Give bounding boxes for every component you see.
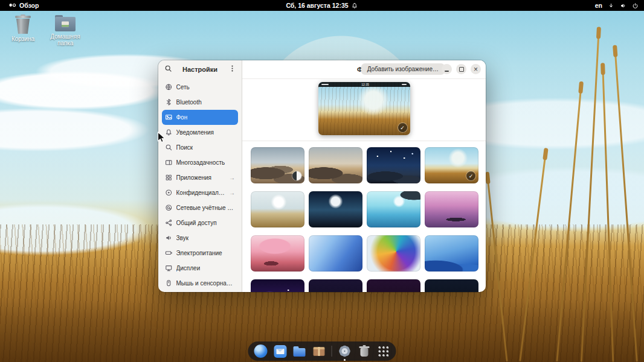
- running-indicator-dot: [344, 359, 346, 361]
- sidebar-item-label: Общий доступ: [176, 220, 217, 226]
- preview-activities-blob: [321, 84, 329, 85]
- system-status-area[interactable]: en: [595, 2, 639, 9]
- home-folder-icon: [55, 14, 76, 31]
- trash-icon: [360, 348, 368, 357]
- add-picture-button[interactable]: Добавить изображение…: [361, 63, 445, 75]
- network-icon: [165, 83, 173, 91]
- preview-clock: 12:35: [361, 83, 369, 86]
- power-icon: [165, 249, 173, 257]
- dock-item-trash[interactable]: [356, 343, 372, 359]
- bluetooth-icon: [165, 98, 173, 106]
- sidebar-item-sound[interactable]: Звук: [162, 230, 238, 246]
- kebab-menu-icon: [228, 64, 236, 75]
- sidebar-header[interactable]: Настройки: [158, 60, 242, 78]
- sidebar-item-label: Уведомления: [176, 129, 214, 136]
- top-bar: Обзор Сб, 16 августа 12:35 en: [0, 0, 644, 11]
- sound-icon: [165, 234, 173, 242]
- sidebar-item-label: Дисплеи: [176, 265, 201, 272]
- sidebar-item-mouse[interactable]: Мышь и сенсорная панель: [162, 276, 238, 291]
- selected-check-badge: ✓: [398, 123, 407, 132]
- sidebar-item-apps[interactable]: Приложения→: [162, 170, 238, 185]
- wallpaper-thumbnail-pebbles-dusk[interactable]: [309, 147, 362, 183]
- preview-top-bar: 12:35: [318, 82, 410, 87]
- wallpaper-thumbnail-night-grass-moon[interactable]: [309, 191, 362, 227]
- current-wallpaper-preview: 12:35 ✓: [318, 82, 410, 135]
- activities-label: Обзор: [19, 2, 39, 9]
- settings-icon: [338, 345, 352, 358]
- dock-item-software[interactable]: [311, 343, 327, 359]
- sidebar-item-network[interactable]: Сеть: [162, 80, 238, 95]
- dock-item-files[interactable]: [292, 343, 308, 359]
- background-panel[interactable]: 12:35 ✓ ✓: [242, 79, 486, 292]
- dock-item-web-browser[interactable]: [253, 343, 269, 359]
- background-icon: [165, 113, 173, 121]
- displays-icon: [165, 264, 173, 272]
- dock-item-mail[interactable]: [272, 343, 288, 359]
- app-grid-icon: [378, 346, 389, 357]
- wallpaper-thumbnail-wheat-field-day[interactable]: ✓: [425, 147, 478, 183]
- sidebar-item-displays[interactable]: Дисплеи: [162, 261, 238, 276]
- sidebar-item-label: Приложения: [176, 174, 212, 181]
- wallpaper-thumbnail-pebbles-day[interactable]: [251, 147, 304, 183]
- sidebar-item-sharing[interactable]: Общий доступ: [162, 215, 238, 230]
- sidebar-item-accounts[interactable]: Сетевые учётные записи: [162, 200, 238, 215]
- dock-item-app-grid[interactable]: [376, 343, 391, 359]
- sidebar-item-privacy[interactable]: Конфиденциальность→: [162, 185, 238, 200]
- wallpaper-thumbnail-pale-grass-moon[interactable]: [251, 191, 304, 227]
- sidebar-item-notifications[interactable]: Уведомления: [162, 125, 238, 140]
- dock: [248, 341, 396, 361]
- sidebar-item-background[interactable]: Фон: [162, 110, 238, 125]
- sharing-icon: [165, 219, 173, 227]
- wallpaper-thumbnail-blue-dunes[interactable]: [425, 235, 478, 272]
- search-icon: [165, 144, 173, 151]
- multitasking-icon: [165, 159, 173, 167]
- minimize-button[interactable]: [442, 64, 452, 74]
- wallpaper-thumbnail-dark-2[interactable]: [309, 279, 362, 292]
- sidebar-item-label: Мышь и сенсорная панель: [176, 280, 236, 287]
- sidebar-item-label: Звук: [176, 235, 189, 241]
- clock-label: Сб, 16 августа 12:35: [286, 2, 348, 9]
- wallpaper-thumbnail-pebbles-night[interactable]: [367, 147, 420, 183]
- desktop-icon-home-folder[interactable]: Домашняя папка: [45, 14, 86, 46]
- activities-button[interactable]: Обзор: [4, 1, 43, 11]
- sidebar-item-multitasking[interactable]: Многозадачность: [162, 155, 238, 170]
- settings-sidebar: Настройки СетьBluetoothФонУведомленияПои…: [158, 60, 242, 292]
- search-button[interactable]: [162, 63, 174, 75]
- sidebar-item-bluetooth[interactable]: Bluetooth: [162, 95, 238, 110]
- desktop-icon-trash[interactable]: Корзина: [2, 14, 43, 42]
- day-night-variant-badge: [292, 171, 301, 180]
- wallpaper-thumbnail-dark-4[interactable]: [425, 279, 478, 292]
- sidebar-item-search[interactable]: Поиск: [162, 140, 238, 155]
- wallpaper-thumbnail-color-swirl[interactable]: [367, 235, 420, 272]
- clock-button[interactable]: Сб, 16 августа 12:35: [286, 2, 358, 9]
- sidebar-item-label: Конфиденциальность: [176, 189, 226, 196]
- sidebar-item-label: Bluetooth: [176, 99, 202, 106]
- trash-icon: [14, 14, 32, 34]
- chevron-right-icon: →: [229, 174, 235, 181]
- close-button[interactable]: ×: [471, 64, 481, 74]
- sidebar-item-label: Фон: [176, 114, 188, 121]
- power-icon: [632, 2, 639, 9]
- menu-button[interactable]: [226, 63, 238, 75]
- wallpaper-thumbnail-purple-nebula[interactable]: [251, 279, 304, 292]
- wallpaper-thumbnail-lake-tree[interactable]: [367, 191, 420, 227]
- desktop-icon-label: Корзина: [11, 36, 34, 42]
- files-icon: [294, 348, 306, 357]
- wallpaper-grid[interactable]: ✓: [242, 141, 486, 292]
- wallpaper-thumbnail-pink-bench[interactable]: [251, 235, 304, 272]
- preview-status-blob: [402, 84, 407, 85]
- settings-main-pane: Фон Добавить изображение… × 12:35: [242, 60, 486, 292]
- software-icon: [313, 347, 324, 356]
- wallpaper-thumbnail-blue-silk[interactable]: [309, 235, 362, 272]
- window-controls: ×: [442, 64, 481, 74]
- main-header[interactable]: Фон Добавить изображение… ×: [242, 60, 486, 79]
- dock-item-settings[interactable]: [337, 343, 353, 359]
- settings-window: Настройки СетьBluetoothФонУведомленияПои…: [158, 60, 486, 292]
- maximize-button[interactable]: [456, 64, 466, 74]
- sidebar-item-power[interactable]: Электропитание: [162, 246, 238, 261]
- accounts-icon: [165, 204, 173, 212]
- wallpaper-thumbnail-dark-3[interactable]: [367, 279, 420, 292]
- sidebar-list[interactable]: СетьBluetoothФонУведомленияПоискМногозад…: [158, 78, 242, 292]
- wallpaper-thumbnail-pink-boat[interactable]: [425, 191, 478, 227]
- mouse-icon: [165, 279, 173, 287]
